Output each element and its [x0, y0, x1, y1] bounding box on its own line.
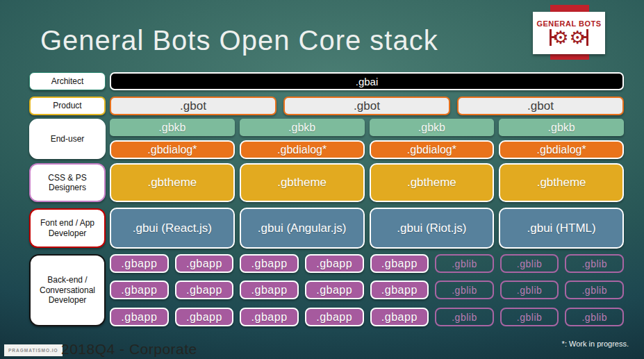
- logo-brand-text: GENERAL BOTS: [536, 19, 601, 28]
- row-gbdialog: .gbdialog* .gbdialog* .gbdialog* .gbdial…: [110, 140, 624, 159]
- gbui-react-block: .gbui (React.js): [110, 208, 235, 249]
- gbapp-block: .gbapp: [305, 254, 364, 273]
- general-bots-logo: GENERAL BOTS ⚙ ⚙: [533, 12, 605, 54]
- gbkb-block: .gbkb: [499, 119, 624, 136]
- row-gbkb: .gbkb .gbkb .gbkb .gbkb: [110, 119, 624, 136]
- gbtheme-block: .gbtheme: [499, 163, 624, 202]
- gbapp-block: .gbapp: [370, 281, 429, 299]
- gbot-block: .gbot: [283, 97, 450, 115]
- row-backend-1: .gbapp .gbapp .gbapp .gbapp .gbapp .gbli…: [110, 254, 624, 273]
- gbapp-block: .gbapp: [175, 308, 234, 326]
- slide-canvas: General Bots Open Core stack GENERAL BOT…: [0, 0, 644, 359]
- gears-icon: ⚙ ⚙: [550, 28, 588, 47]
- gbapp-block: .gbapp: [110, 254, 169, 273]
- gbapp-block: .gbapp: [240, 308, 299, 326]
- gbkb-block: .gbkb: [370, 119, 495, 136]
- role-label-architect: Architect: [29, 72, 106, 90]
- gbkb-block: .gbkb: [110, 119, 235, 136]
- gbai-block: .gbai: [110, 72, 624, 90]
- gear-bar-left-icon: [550, 29, 552, 46]
- role-label-front-end-app-developer: Font end / App Developer: [29, 208, 106, 248]
- gbapp-block: .gbapp: [110, 281, 169, 299]
- row-gbtheme: .gbtheme .gbtheme .gbtheme .gbtheme: [110, 163, 624, 202]
- gbapp-block: .gbapp: [240, 254, 299, 273]
- gblib-block: .gblib: [435, 281, 494, 299]
- edition-text: 2018Q4 - Corporate: [61, 341, 197, 358]
- gbdialog-block: .gbdialog*: [499, 140, 624, 159]
- gbapp-block: .gbapp: [305, 308, 364, 326]
- gear-bar-right-icon: [586, 29, 588, 46]
- gbui-angular-block: .gbui (Angular.js): [240, 208, 365, 249]
- gbot-block: .gbot: [110, 97, 276, 115]
- gbdialog-block: .gbdialog*: [240, 140, 365, 159]
- gbapp-block: .gbapp: [240, 281, 299, 299]
- pragmatismo-logo: PRAGMATISMO.IO: [4, 344, 63, 356]
- role-label-back-end-conversational-developer: Back-end / Conversational Developer: [29, 254, 106, 326]
- gblib-block: .gblib: [565, 254, 624, 273]
- gblib-block: .gblib: [500, 281, 559, 299]
- gblib-block: .gblib: [500, 254, 559, 273]
- row-gbot: .gbot .gbot .gbot: [110, 97, 624, 115]
- row-gbui: .gbui (React.js) .gbui (Angular.js) .gbu…: [110, 208, 624, 249]
- gbdialog-block: .gbdialog*: [110, 140, 235, 159]
- gblib-block: .gblib: [500, 308, 559, 326]
- gbui-html-block: .gbui (HTML): [499, 208, 624, 249]
- row-backend-2: .gbapp .gbapp .gbapp .gbapp .gbapp .gbli…: [110, 281, 624, 299]
- role-label-product: Product: [29, 97, 106, 115]
- gbui-riot-block: .gbui (Riot.js): [370, 208, 495, 249]
- gblib-block: .gblib: [435, 254, 494, 273]
- gbapp-block: .gbapp: [175, 281, 234, 299]
- gbapp-block: .gbapp: [175, 254, 234, 273]
- work-in-progress-note: *: Work in progress.: [562, 340, 629, 348]
- page-title: General Bots Open Core stack: [40, 25, 438, 56]
- gbtheme-block: .gbtheme: [110, 163, 235, 202]
- row-gbai: .gbai: [110, 72, 624, 90]
- gbkb-block: .gbkb: [240, 119, 365, 136]
- gbapp-block: .gbapp: [370, 308, 429, 326]
- gbapp-block: .gbapp: [110, 308, 169, 326]
- gbapp-block: .gbapp: [305, 281, 364, 299]
- gbtheme-block: .gbtheme: [370, 163, 495, 202]
- gbot-block: .gbot: [457, 97, 624, 115]
- role-label-css-ps-designers: CSS & PS Designers: [29, 163, 106, 202]
- gblib-block: .gblib: [565, 308, 624, 326]
- row-backend-3: .gbapp .gbapp .gbapp .gbapp .gbapp .gbli…: [110, 308, 624, 326]
- role-label-end-user: End-user: [29, 119, 106, 159]
- gbdialog-block: .gbdialog*: [370, 140, 495, 159]
- gbapp-block: .gbapp: [370, 254, 429, 273]
- gbtheme-block: .gbtheme: [240, 163, 365, 202]
- gblib-block: .gblib: [435, 308, 494, 326]
- gblib-block: .gblib: [565, 281, 624, 299]
